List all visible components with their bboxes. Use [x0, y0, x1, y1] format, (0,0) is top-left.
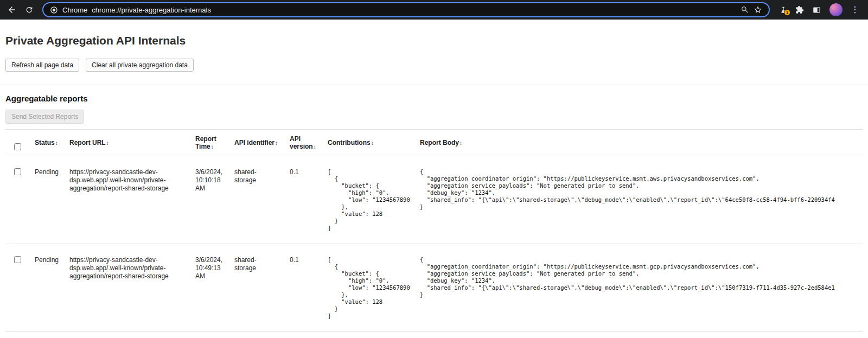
- sort-icon[interactable]: ↕: [106, 140, 109, 146]
- browser-menu-icon[interactable]: ⋮: [851, 5, 859, 14]
- contributions-json: [ { "bucket": { "high": "0", "low": "123…: [328, 168, 411, 232]
- col-header-api-identifier[interactable]: API identifier↕: [230, 130, 285, 156]
- section-title: Aggregatable reports: [5, 94, 863, 103]
- bookmark-star-icon[interactable]: [754, 5, 762, 14]
- report-time: 3/6/2024, 10:49:13 AM: [191, 244, 230, 332]
- api-identifier: shared-storage: [230, 156, 285, 244]
- zoom-icon[interactable]: [741, 5, 749, 14]
- select-report-checkbox[interactable]: [14, 168, 21, 175]
- chrome-logo-icon: [50, 6, 58, 14]
- omnibox-url: chrome://private-aggregation-internals: [92, 6, 211, 14]
- col-header-api-version[interactable]: API version↕: [285, 130, 323, 156]
- table-row[interactable]: Pending https://privacy-sandcastle-dev-d…: [5, 244, 863, 332]
- reload-button[interactable]: [22, 2, 37, 17]
- browser-toolbar: Chrome chrome://private-aggregation-inte…: [0, 0, 868, 20]
- select-report-checkbox[interactable]: [14, 256, 21, 263]
- api-version: 0.1: [285, 244, 323, 332]
- col-header-report-url[interactable]: Report URL↕: [65, 130, 191, 156]
- address-bar[interactable]: Chrome chrome://private-aggregation-inte…: [42, 2, 770, 17]
- back-button[interactable]: [4, 2, 20, 17]
- api-identifier: shared-storage: [230, 244, 285, 332]
- table-row[interactable]: Pending https://privacy-sandcastle-dev-d…: [5, 156, 863, 244]
- sort-icon[interactable]: ↕: [459, 140, 462, 146]
- toolbar-right-icons: 1 ⋮: [775, 3, 864, 16]
- col-header-label: Report Body: [420, 139, 459, 146]
- col-header-label: Report URL: [69, 139, 106, 146]
- refresh-all-button[interactable]: Refresh all page data: [5, 59, 79, 72]
- section-divider: [0, 85, 868, 85]
- col-header-label: Contributions: [328, 139, 371, 146]
- extensions-icon[interactable]: [795, 5, 804, 14]
- col-header-label: API version: [290, 135, 313, 150]
- col-header-contributions[interactable]: Contributions↕: [323, 130, 416, 156]
- col-header-report-body[interactable]: Report Body↕: [416, 130, 863, 156]
- reports-table: Status↕ Report URL↕ Report Time↕ API ide…: [5, 129, 863, 332]
- report-body-json: { "aggregation_coordinator_origin": "htt…: [420, 168, 858, 211]
- col-header-report-time[interactable]: Report Time↕: [191, 130, 230, 156]
- page-title: Private Aggregation API Internals: [5, 34, 863, 48]
- col-header-label: API identifier: [234, 139, 275, 146]
- report-status: Pending: [30, 156, 65, 244]
- report-url: https://privacy-sandcastle-dev-dsp.web.a…: [65, 156, 191, 244]
- extension-badge: 1: [784, 9, 790, 16]
- table-header-row: Status↕ Report URL↕ Report Time↕ API ide…: [5, 130, 863, 156]
- sort-icon[interactable]: ↕: [371, 140, 374, 146]
- select-all-checkbox[interactable]: [14, 143, 21, 150]
- back-icon: [7, 5, 17, 15]
- contributions-json: [ { "bucket": { "high": "0", "low": "123…: [328, 256, 411, 320]
- report-body-json: { "aggregation_coordinator_origin": "htt…: [420, 256, 858, 298]
- report-url: https://privacy-sandcastle-dev-dsp.web.a…: [65, 244, 191, 332]
- clear-all-button[interactable]: Clear all private aggregation data: [86, 59, 194, 72]
- reload-icon: [25, 5, 34, 14]
- profile-avatar[interactable]: [829, 3, 843, 16]
- sort-icon[interactable]: ↕: [275, 140, 278, 146]
- sort-icon[interactable]: ↕: [55, 140, 58, 146]
- report-time: 3/6/2024, 10:10:18 AM: [191, 156, 230, 244]
- col-header-status[interactable]: Status↕: [30, 130, 65, 156]
- side-panel-icon[interactable]: [812, 6, 821, 14]
- sort-icon[interactable]: ↕: [211, 144, 214, 150]
- api-version: 0.1: [285, 156, 323, 244]
- col-header-label: Status: [35, 139, 55, 146]
- report-status: Pending: [30, 244, 65, 332]
- send-selected-button[interactable]: Send Selected Reports: [5, 110, 84, 124]
- omnibox-site-label: Chrome: [62, 6, 87, 14]
- page-content: Private Aggregation API Internals Refres…: [0, 34, 868, 332]
- page-actions: Refresh all page data Clear all private …: [5, 59, 863, 72]
- sort-icon[interactable]: ↕: [314, 144, 316, 150]
- pinned-extension-icon[interactable]: 1: [780, 6, 787, 14]
